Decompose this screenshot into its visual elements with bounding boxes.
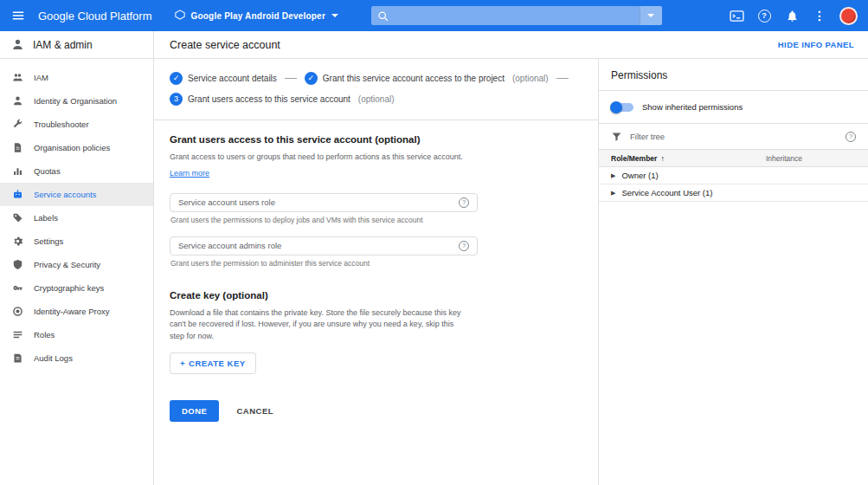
sidebar-item-label: Labels xyxy=(34,213,58,223)
tag-icon xyxy=(12,212,23,223)
sidebar-item-service-accounts[interactable]: Service accounts xyxy=(0,183,153,206)
column-inheritance: Inheritance xyxy=(766,154,868,163)
inherited-permissions-row: Show inherited permissions xyxy=(599,91,868,124)
project-icon xyxy=(175,8,185,23)
sidebar-item-label: Settings xyxy=(34,236,63,246)
sidebar-item-troubleshooter[interactable]: Troubleshooter xyxy=(0,113,153,136)
notifications-icon[interactable] xyxy=(781,4,803,27)
step-done-check-icon: ✓ xyxy=(305,72,318,85)
list-icon xyxy=(12,329,23,340)
admins-role-input-box[interactable]: ? xyxy=(170,236,478,255)
permissions-table-header: Role/Member ↑ Inheritance xyxy=(599,150,868,167)
menu-icon[interactable] xyxy=(7,4,29,27)
step-label: Grant users access to this service accou… xyxy=(188,94,350,104)
step-connector xyxy=(285,78,297,79)
users-role-input-box[interactable]: ? xyxy=(170,193,478,212)
shield-icon xyxy=(12,259,23,270)
sidebar-item-organisation-policies[interactable]: Organisation policies xyxy=(0,136,153,159)
sidebar-item-identity-organisation[interactable]: Identity & Organisation xyxy=(0,89,153,113)
tree-row-label: Service Account User (1) xyxy=(621,188,712,197)
project-name: Google Play Android Developer xyxy=(191,11,325,21)
sidebar-nav: IAM Identity & Organisation Troubleshoot… xyxy=(0,59,153,377)
project-selector[interactable]: Google Play Android Developer xyxy=(175,8,338,23)
sidebar-item-label: Identity & Organisation xyxy=(34,96,117,106)
topbar-actions: ? ⋮ xyxy=(725,4,858,27)
brand: Google Cloud Platform xyxy=(38,10,152,23)
done-button[interactable]: DONE xyxy=(170,400,219,422)
stepper: ✓ Service account details ✓ Grant this s… xyxy=(154,59,598,120)
create-key-heading: Create key (optional) xyxy=(170,290,582,301)
sidebar-item-identity-aware-proxy[interactable]: Identity-Aware Proxy xyxy=(0,300,153,323)
step-service-account-details[interactable]: ✓ Service account details xyxy=(170,72,277,85)
learn-more-link[interactable]: Learn more xyxy=(170,169,209,178)
tree-row-label: Owner (1) xyxy=(621,171,658,180)
sidebar-item-iam[interactable]: IAM xyxy=(0,66,153,89)
sidebar-item-label: Troubleshooter xyxy=(34,120,89,129)
create-key-description: Download a file that contains the privat… xyxy=(170,307,468,343)
filter-tree-input[interactable] xyxy=(630,132,838,141)
sidebar-item-privacy-security[interactable]: Privacy & Security xyxy=(0,253,153,276)
main-content: ✓ Service account details ✓ Grant this s… xyxy=(154,59,598,485)
toggle-label: Show inherited permissions xyxy=(642,102,743,112)
stepper-row-2: 3 Grant users access to this service acc… xyxy=(170,88,582,109)
plus-icon: + xyxy=(180,359,185,368)
filter-row: ? xyxy=(599,124,868,150)
search-input[interactable] xyxy=(395,6,640,25)
help-icon[interactable]: ? xyxy=(753,4,775,27)
sidebar-item-label: Cryptographic keys xyxy=(34,283,104,293)
step-grant-project-access[interactable]: ✓ Grant this service account access to t… xyxy=(305,72,549,85)
column-role-member-label: Role/Member xyxy=(611,154,657,163)
expand-icon[interactable]: ▶ xyxy=(611,172,615,179)
sidebar-item-label: Roles xyxy=(34,330,55,340)
hide-info-panel-button[interactable]: HIDE INFO PANEL xyxy=(778,40,854,49)
step-label: Grant this service account access to the… xyxy=(323,74,505,83)
users-role-field: ? Grant users the permissions to deploy … xyxy=(170,193,478,224)
filter-icon xyxy=(611,131,622,142)
step-optional-label: (optional) xyxy=(512,74,549,83)
help-icon[interactable]: ? xyxy=(459,197,469,208)
iam-admin-icon xyxy=(11,38,24,51)
step-done-check-icon: ✓ xyxy=(170,72,183,85)
page-header: Create service account HIDE INFO PANEL xyxy=(154,31,868,59)
cancel-button[interactable]: CANCEL xyxy=(236,406,273,416)
service-account-users-role-input[interactable] xyxy=(178,197,459,207)
toggle-knob xyxy=(610,101,622,113)
help-icon[interactable]: ? xyxy=(845,132,856,142)
search-icon xyxy=(377,10,389,22)
sidebar-item-label: Identity-Aware Proxy xyxy=(34,307,109,316)
tree-row-owner[interactable]: ▶ Owner (1) xyxy=(599,167,868,184)
show-inherited-permissions-toggle[interactable] xyxy=(611,103,633,112)
search-bar xyxy=(371,6,662,25)
step-grant-users-access[interactable]: 3 Grant users access to this service acc… xyxy=(170,93,395,106)
sidebar-item-roles[interactable]: Roles xyxy=(0,323,153,346)
column-role-member[interactable]: Role/Member ↑ xyxy=(599,154,766,163)
service-account-admins-role-input[interactable] xyxy=(178,241,459,250)
form-area: Grant users access to this service accou… xyxy=(154,120,598,436)
sidebar-item-label: Privacy & Security xyxy=(34,260,100,269)
step-optional-label: (optional) xyxy=(358,94,395,104)
sidebar-item-labels[interactable]: Labels xyxy=(0,206,153,230)
tree-row-service-account-user[interactable]: ▶ Service Account User (1) xyxy=(599,184,868,202)
step-connector xyxy=(556,78,569,79)
more-icon[interactable]: ⋮ xyxy=(808,4,831,27)
sidebar-item-settings[interactable]: Settings xyxy=(0,230,153,253)
gear-icon xyxy=(12,236,23,247)
form-actions: DONE CANCEL xyxy=(170,400,582,422)
sidebar-item-quotas[interactable]: Quotas xyxy=(0,159,153,183)
help-icon[interactable]: ? xyxy=(459,241,469,251)
caret-down-icon xyxy=(647,14,654,17)
cloud-shell-icon[interactable] xyxy=(725,4,748,27)
search-options-button[interactable] xyxy=(640,6,662,25)
sidebar-item-cryptographic-keys[interactable]: Cryptographic keys xyxy=(0,276,153,300)
sidebar-item-label: Service accounts xyxy=(34,190,96,199)
create-key-button[interactable]: + CREATE KEY xyxy=(170,352,256,374)
sidebar-item-audit-logs[interactable]: Audit Logs xyxy=(0,346,153,370)
page-title: Create service account xyxy=(170,39,280,51)
avatar[interactable] xyxy=(839,7,858,25)
create-key-button-label: CREATE KEY xyxy=(189,359,246,368)
grant-users-description: Grant access to users or groups that nee… xyxy=(170,152,582,164)
sidebar-item-label: Quotas xyxy=(34,166,61,176)
caret-down-icon xyxy=(331,14,338,17)
file-icon xyxy=(12,352,23,364)
expand-icon[interactable]: ▶ xyxy=(611,190,615,197)
